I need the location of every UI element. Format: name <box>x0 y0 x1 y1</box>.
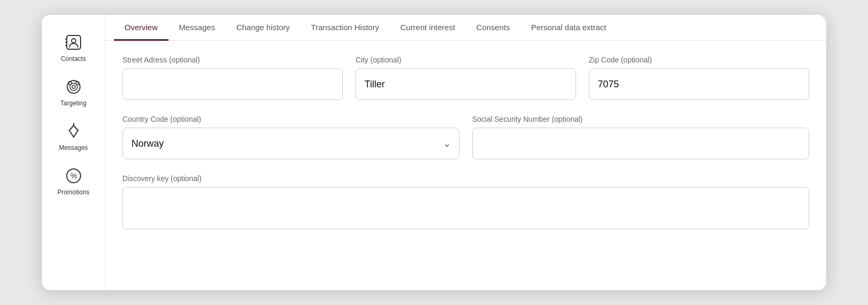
form-row-3: Discovery key (optional) <box>122 174 809 229</box>
sidebar-item-promotions[interactable]: % Promotions <box>42 161 105 201</box>
svg-point-5 <box>67 80 80 93</box>
sidebar-item-contacts[interactable]: Contacts <box>42 28 105 68</box>
tab-messages[interactable]: Messages <box>169 15 226 41</box>
sidebar: Contacts Targeting <box>42 15 105 290</box>
targeting-icon <box>64 77 83 96</box>
tab-transaction-history[interactable]: Transaction History <box>300 15 390 41</box>
tab-personal-data-extract[interactable]: Personal data extract <box>520 15 617 41</box>
promotions-icon: % <box>64 166 83 185</box>
form-row-1: Street Adress (optional) City (optional)… <box>122 56 809 100</box>
sidebar-promotions-label: Promotions <box>57 189 90 196</box>
city-label: City (optional) <box>356 56 576 64</box>
country-code-select[interactable]: Norway Sweden Denmark Finland United Kin… <box>122 128 459 159</box>
tab-overview[interactable]: Overview <box>114 15 169 41</box>
svg-rect-0 <box>67 35 81 49</box>
sidebar-messages-label: Messages <box>59 144 88 151</box>
zip-code-input[interactable] <box>589 68 809 100</box>
street-address-field: Street Adress (optional) <box>122 56 343 100</box>
ssn-field: Social Security Number (optional) <box>472 115 809 159</box>
ssn-input[interactable] <box>472 128 809 159</box>
svg-point-1 <box>72 39 76 43</box>
city-input[interactable] <box>356 68 576 100</box>
svg-line-11 <box>70 125 74 130</box>
tab-current-interest[interactable]: Current interest <box>389 15 465 41</box>
ssn-label: Social Security Number (optional) <box>472 115 809 123</box>
country-code-select-wrapper: Norway Sweden Denmark Finland United Kin… <box>122 128 459 159</box>
sidebar-item-messages[interactable]: Messages <box>42 116 105 157</box>
svg-text:%: % <box>70 172 76 180</box>
street-address-label: Street Adress (optional) <box>122 56 343 64</box>
discovery-key-field: Discovery key (optional) <box>122 174 809 229</box>
zip-code-label: Zip Code (optional) <box>589 56 809 64</box>
tab-bar: Overview Messages Change history Transac… <box>105 15 826 41</box>
svg-line-12 <box>74 125 77 130</box>
sidebar-contacts-label: Contacts <box>61 55 86 62</box>
country-code-label: Country Code (optional) <box>122 115 459 123</box>
sidebar-item-targeting[interactable]: Targeting <box>42 72 105 112</box>
country-code-field: Country Code (optional) Norway Sweden De… <box>122 115 459 159</box>
discovery-key-label: Discovery key (optional) <box>122 174 809 183</box>
messages-icon <box>64 122 83 141</box>
sidebar-targeting-label: Targeting <box>60 100 86 107</box>
form-area: Street Adress (optional) City (optional)… <box>105 41 826 290</box>
zip-code-field: Zip Code (optional) <box>589 56 809 100</box>
city-field: City (optional) <box>356 56 576 100</box>
tab-consents[interactable]: Consents <box>466 15 520 41</box>
tab-change-history[interactable]: Change history <box>226 15 300 41</box>
main-content: Overview Messages Change history Transac… <box>105 15 826 290</box>
svg-point-7 <box>72 85 75 88</box>
contacts-icon <box>64 33 83 52</box>
discovery-key-textarea[interactable] <box>122 187 809 229</box>
app-window: Contacts Targeting <box>42 15 826 290</box>
form-row-2: Country Code (optional) Norway Sweden De… <box>122 115 809 159</box>
street-address-input[interactable] <box>122 68 343 100</box>
